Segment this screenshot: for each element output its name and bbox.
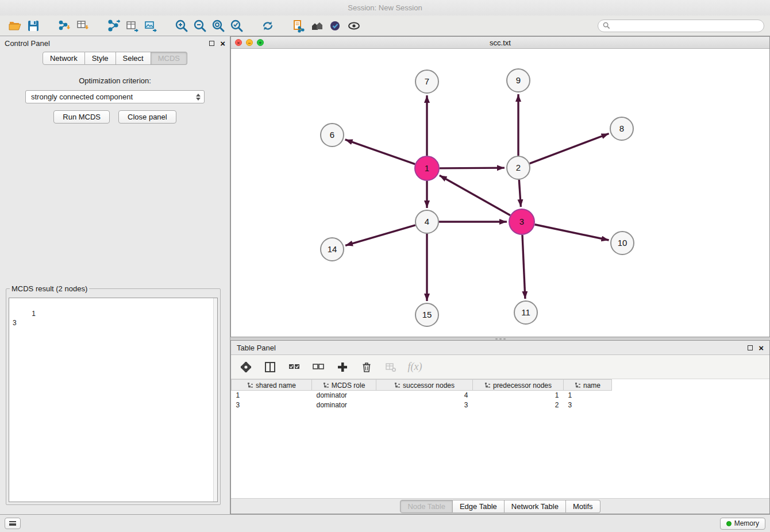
cell-name[interactable]: 3 <box>564 400 612 410</box>
run-mcds-button[interactable]: Run MCDS <box>53 110 110 124</box>
control-panel-header: Control Panel × <box>0 36 230 51</box>
new-network-icon[interactable] <box>105 17 123 34</box>
save-session-icon[interactable] <box>24 17 43 34</box>
column-header-name[interactable]: name <box>564 380 612 391</box>
table-settings-icon[interactable] <box>238 359 254 375</box>
close-panel-button[interactable]: Close panel <box>118 110 176 124</box>
tab-motifs[interactable]: Motifs <box>566 500 600 513</box>
cell-successor-nodes[interactable]: 4 <box>376 391 473 400</box>
close-table-panel-icon[interactable]: × <box>759 344 764 352</box>
status-menu-button[interactable] <box>5 518 21 529</box>
tab-node-table[interactable]: Node Table <box>400 500 453 513</box>
network-canvas[interactable]: 7968124314101511 <box>231 49 769 337</box>
network-view-window: scc.txt × − + 7968124314101511 <box>230 36 770 337</box>
tab-network-table[interactable]: Network Table <box>505 500 566 513</box>
cell-MCDS-role[interactable]: dominator <box>312 391 376 400</box>
main-area: Control Panel × NetworkStyleSelectMCDS O… <box>0 36 770 514</box>
cell-name[interactable]: 1 <box>564 391 612 400</box>
column-header-shared-name[interactable]: shared name <box>232 380 312 391</box>
svg-text:3: 3 <box>519 217 524 226</box>
delete-row-icon[interactable] <box>359 359 375 375</box>
tab-select[interactable]: Select <box>116 52 151 65</box>
edge-3-10[interactable] <box>535 225 609 240</box>
column-header-predecessor-nodes[interactable]: predecessor nodes <box>473 380 564 391</box>
edge-2-3[interactable] <box>519 180 521 207</box>
memory-button[interactable]: Memory <box>720 518 765 530</box>
mcds-result-groupbox: MCDS result (2 nodes) 1 3 <box>6 284 221 505</box>
apply-layout-icon[interactable] <box>259 17 277 34</box>
select-all-icon[interactable] <box>286 359 302 375</box>
toggle-columns-icon[interactable] <box>262 359 278 375</box>
tab-style[interactable]: Style <box>85 52 116 65</box>
edge-3-11[interactable] <box>522 235 525 299</box>
node-14[interactable]: 14 <box>321 238 344 261</box>
cell-filler <box>612 391 770 400</box>
tab-mcds[interactable]: MCDS <box>151 52 187 65</box>
zoom-in-icon[interactable] <box>172 17 191 34</box>
sort-icon <box>394 382 401 388</box>
application-window: Session: New Session <box>0 0 770 532</box>
column-header-MCDS-role[interactable]: MCDS role <box>312 380 376 391</box>
list-icon <box>9 521 16 526</box>
zoom-selected-icon[interactable] <box>228 17 246 34</box>
node-4[interactable]: 4 <box>415 210 438 233</box>
copy-network-icon[interactable] <box>290 17 308 34</box>
table-panel: Table Panel × f(x) shared nameMCDS <box>230 340 770 514</box>
node-10[interactable]: 10 <box>611 232 634 255</box>
cell-shared-name[interactable]: 3 <box>232 400 312 410</box>
search-input[interactable] <box>610 22 759 30</box>
column-header-successor-nodes[interactable]: successor nodes <box>376 380 473 391</box>
node-8[interactable]: 8 <box>610 117 633 140</box>
node-7[interactable]: 7 <box>415 70 438 93</box>
svg-text:11: 11 <box>521 307 530 317</box>
tab-edge-table[interactable]: Edge Table <box>453 500 505 513</box>
cell-MCDS-role[interactable]: dominator <box>312 400 376 410</box>
node-3[interactable]: 3 <box>509 209 534 234</box>
node-6[interactable]: 6 <box>321 124 344 147</box>
deselect-all-icon[interactable] <box>310 359 326 375</box>
mcds-result-area[interactable]: 1 3 <box>9 298 218 502</box>
edge-4-14[interactable] <box>345 225 415 245</box>
export-image-icon[interactable] <box>141 17 160 34</box>
cell-shared-name[interactable]: 1 <box>232 391 312 400</box>
zoom-window-icon[interactable]: + <box>257 39 264 46</box>
node-9[interactable]: 9 <box>507 69 530 92</box>
zoom-fit-icon[interactable] <box>209 17 228 34</box>
tab-network[interactable]: Network <box>43 52 85 65</box>
edge-3-1[interactable] <box>440 175 510 215</box>
table-row[interactable]: 1dominator411 <box>232 391 770 400</box>
apply-style-icon[interactable] <box>326 17 345 34</box>
cell-predecessor-nodes[interactable]: 2 <box>473 400 564 410</box>
network-overview-icon[interactable] <box>308 17 326 34</box>
optimization-criterion-label: Optimization criterion: <box>0 76 230 85</box>
minimize-window-icon[interactable]: − <box>246 39 253 46</box>
node-11[interactable]: 11 <box>514 301 537 324</box>
float-panel-icon[interactable] <box>209 41 214 46</box>
cell-predecessor-nodes[interactable]: 1 <box>473 391 564 400</box>
float-table-panel-icon[interactable] <box>748 345 753 350</box>
import-network-icon[interactable] <box>55 17 74 34</box>
show-hide-icon[interactable] <box>345 17 363 34</box>
search-box[interactable] <box>598 20 764 32</box>
node-1[interactable]: 1 <box>415 156 439 180</box>
main-toolbar <box>0 16 770 36</box>
cell-successor-nodes[interactable]: 3 <box>376 400 473 410</box>
import-table-icon[interactable] <box>74 17 92 34</box>
open-session-icon[interactable] <box>6 17 24 34</box>
edge-2-8[interactable] <box>530 133 609 163</box>
zoom-out-icon[interactable] <box>191 17 209 34</box>
result-scrollbar[interactable] <box>213 298 217 502</box>
control-panel-title: Control Panel <box>5 39 50 48</box>
edge-1-6[interactable] <box>345 140 415 164</box>
edge-1-2[interactable] <box>440 168 505 168</box>
node-2[interactable]: 2 <box>507 156 530 179</box>
cell-filler <box>612 400 770 410</box>
node-15[interactable]: 15 <box>415 303 438 326</box>
close-panel-icon[interactable]: × <box>220 39 225 48</box>
new-table-icon[interactable] <box>123 17 141 34</box>
table-row[interactable]: 3dominator323 <box>232 400 770 410</box>
close-window-icon[interactable]: × <box>235 39 242 46</box>
criterion-dropdown[interactable]: strongly connected component <box>25 90 205 103</box>
add-row-icon[interactable] <box>334 359 351 375</box>
search-icon <box>603 22 610 29</box>
